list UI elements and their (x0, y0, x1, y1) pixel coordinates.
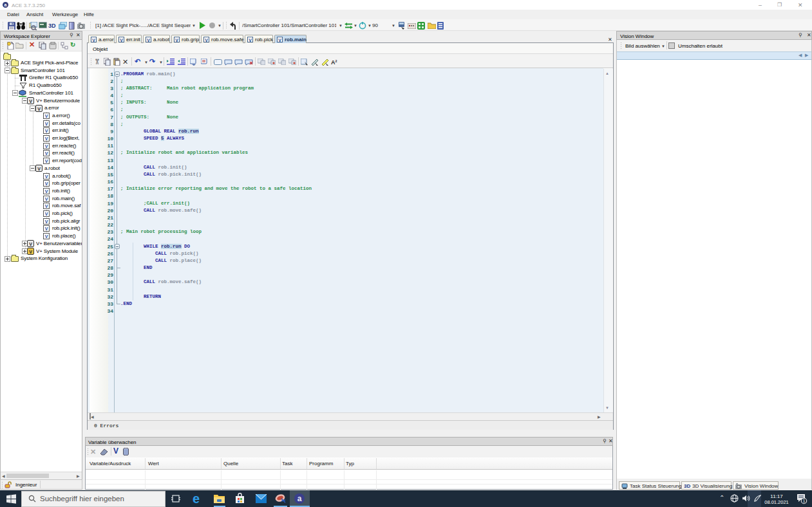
svg-text:1: 1 (802, 498, 805, 504)
